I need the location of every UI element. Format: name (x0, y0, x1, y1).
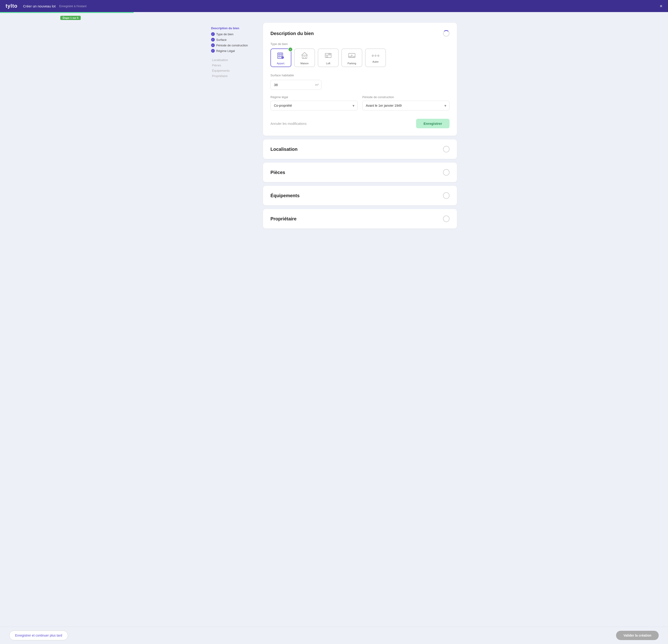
appart-icon (277, 51, 285, 61)
surface-input[interactable] (271, 80, 321, 90)
header-title: Créer un nouveau lot (23, 4, 56, 8)
surface-label: Surface habitable (271, 74, 450, 77)
description-card-header: Description du bien (271, 30, 450, 37)
loft-icon (324, 51, 332, 61)
periode-select-wrapper: Avant le 1er janvier 1949 1949 - 1974 19… (362, 101, 450, 110)
sidebar-label-type-bien: Type de bien (216, 32, 233, 36)
svg-point-18 (378, 55, 379, 56)
app-header: tylto Créer un nouveau lot Enregistré à … (0, 0, 668, 12)
svg-rect-11 (329, 54, 330, 55)
sidebar-item-periode[interactable]: Période de construction (211, 43, 257, 47)
check-icon-regime (211, 49, 215, 53)
autre-icon (371, 53, 380, 59)
equipements-indicator (443, 192, 450, 199)
regime-periode-row: Régime légal Co-propriété Monopropriété … (271, 95, 450, 110)
save-later-button[interactable]: Enregistrer et continuer plus tard (9, 631, 68, 640)
main-layout: Description du bien Type de bien Surface… (207, 23, 461, 255)
regime-label: Régime légal (271, 95, 358, 99)
proprietaire-card[interactable]: Propriétaire (263, 209, 457, 228)
check-icon-periode (211, 43, 215, 47)
sidebar-item-localisation[interactable]: Localisation (211, 58, 257, 62)
sidebar-label-regime: Régime Légal (216, 49, 235, 53)
sidebar-item-pieces[interactable]: Pièces (211, 63, 257, 67)
svg-rect-7 (304, 57, 305, 58)
pieces-title: Pièces (271, 170, 285, 175)
localisation-card[interactable]: Localisation (263, 139, 457, 159)
type-btn-maison[interactable]: Maison (294, 48, 315, 67)
sidebar-item-type-bien[interactable]: Type de bien (211, 32, 257, 36)
maison-label: Maison (300, 62, 308, 65)
surface-input-wrapper: m² (271, 80, 321, 90)
regime-group: Régime légal Co-propriété Monopropriété … (271, 95, 358, 110)
step-badge: Étape 1 sur 5 (60, 16, 81, 20)
localisation-title: Localisation (271, 147, 298, 152)
svg-text:P: P (351, 54, 352, 57)
description-card-actions: Annuler les modifications Enregistrer (271, 117, 450, 128)
sidebar-item-regime[interactable]: Régime Légal (211, 49, 257, 53)
maison-icon (300, 51, 309, 61)
type-bien-label: Type de bien (271, 42, 450, 46)
regime-select[interactable]: Co-propriété Monopropriété Autre (271, 101, 358, 110)
sidebar-item-equipements[interactable]: Équipements (211, 69, 257, 72)
check-icon-type-bien (211, 32, 215, 36)
svg-rect-1 (278, 54, 280, 55)
content-area: Description du bien Type de bien ✓ (263, 23, 457, 232)
svg-point-17 (375, 55, 376, 56)
description-card: Description du bien Type de bien ✓ (263, 23, 457, 136)
surface-unit: m² (315, 83, 319, 87)
app-logo: tylto (5, 3, 17, 9)
header-saved-status: Enregistré à l'instant (59, 4, 87, 8)
parking-label: Parking (347, 62, 356, 65)
svg-rect-2 (280, 54, 282, 55)
svg-rect-3 (278, 56, 280, 57)
sidebar-active-section: Description du bien (211, 27, 257, 30)
type-buttons-group: ✓ Appart. (271, 48, 450, 67)
bottom-bar: Enregistrer et continuer plus tard Valid… (0, 627, 668, 644)
sidebar-label-periode: Période de construction (216, 44, 248, 47)
sidebar-label-surface: Surface (216, 38, 227, 42)
sidebar-item-proprietaire[interactable]: Propriétaire (211, 74, 257, 78)
periode-group: Période de construction Avant le 1er jan… (362, 95, 450, 110)
equipements-title: Équipements (271, 193, 300, 198)
pieces-indicator (443, 169, 450, 176)
type-btn-autre[interactable]: Autre (365, 48, 386, 67)
description-card-title: Description du bien (271, 31, 314, 36)
parking-icon: P (348, 51, 356, 61)
periode-label: Période de construction (362, 95, 450, 99)
check-icon-surface (211, 38, 215, 42)
loading-spinner (443, 30, 450, 37)
svg-rect-6 (302, 55, 307, 58)
localisation-indicator (443, 146, 450, 152)
pieces-card[interactable]: Pièces (263, 163, 457, 182)
autre-label: Autre (373, 60, 379, 63)
validate-button[interactable]: Valider la création (616, 631, 659, 640)
svg-rect-10 (327, 56, 328, 57)
selected-checkmark: ✓ (288, 47, 293, 52)
sidebar: Description du bien Type de bien Surface… (211, 23, 257, 232)
type-btn-parking[interactable]: P Parking (341, 48, 362, 67)
svg-point-16 (372, 55, 374, 56)
cancel-button[interactable]: Annuler les modifications (271, 119, 307, 128)
save-button[interactable]: Enregistrer (416, 119, 450, 128)
type-btn-loft[interactable]: Loft (318, 48, 339, 67)
appart-label: Appart. (277, 62, 285, 65)
sidebar-item-surface[interactable]: Surface (211, 38, 257, 42)
periode-select[interactable]: Avant le 1er janvier 1949 1949 - 1974 19… (362, 101, 450, 110)
loft-label: Loft (326, 62, 330, 65)
close-button[interactable]: × (660, 3, 663, 9)
equipements-card[interactable]: Équipements (263, 186, 457, 205)
type-btn-appart[interactable]: ✓ Appart. (271, 48, 291, 67)
regime-select-wrapper: Co-propriété Monopropriété Autre ▾ (271, 101, 358, 110)
proprietaire-indicator (443, 215, 450, 222)
svg-rect-4 (280, 56, 282, 57)
proprietaire-title: Propriétaire (271, 216, 297, 222)
